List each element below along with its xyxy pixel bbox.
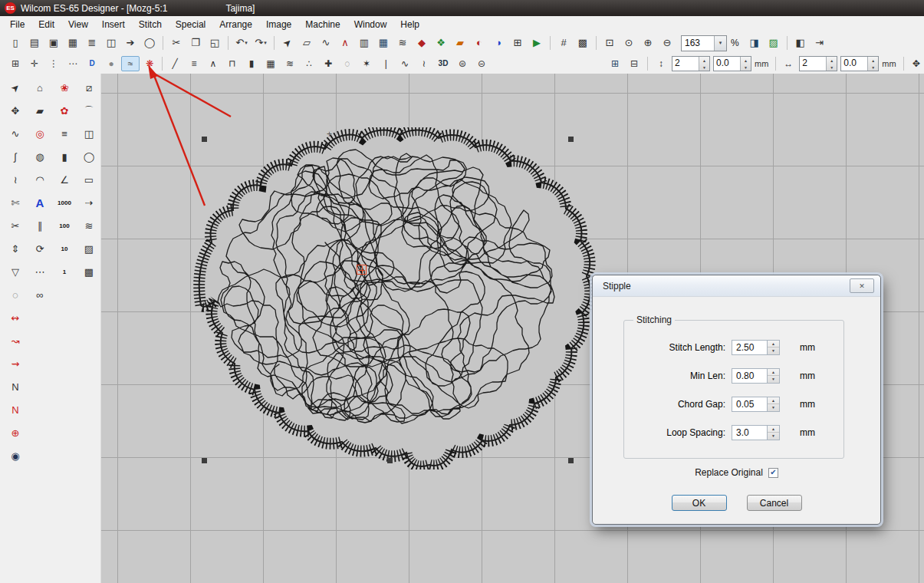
design-view-icon[interactable]: D [83, 56, 101, 71]
measure-icon[interactable]: # [554, 35, 573, 51]
bezier-icon[interactable]: ∫ [4, 147, 27, 167]
program-split-icon[interactable]: ∴ [300, 56, 318, 71]
menu-file[interactable]: File [3, 18, 31, 31]
spin-down-icon[interactable] [768, 433, 779, 440]
thread-colors-icon[interactable]: ◐ [470, 35, 488, 51]
zoom-box-icon[interactable]: ⊡ [600, 35, 619, 51]
knife-icon[interactable]: ✄ [4, 193, 27, 213]
dim-artwork-icon[interactable]: ● [102, 56, 120, 71]
chevron-down-icon[interactable] [714, 36, 726, 51]
spin-down-icon[interactable] [768, 347, 779, 354]
stitch-edit-c-icon[interactable]: ⇝ [4, 354, 27, 374]
arc-tool-icon[interactable]: ⌒ [77, 100, 100, 121]
stitch-edit-b-icon[interactable]: ↝ [4, 331, 27, 351]
selection-handle[interactable] [568, 458, 574, 463]
rotate-tool-icon[interactable]: ⟳ [28, 239, 51, 259]
single-run-icon[interactable]: ╱ [166, 56, 184, 71]
stitch-player-icon[interactable]: ▶ [528, 35, 546, 51]
cut-icon[interactable]: ✂ [167, 35, 186, 51]
selection-handle[interactable] [202, 458, 207, 463]
selection-handle[interactable] [387, 458, 393, 463]
menu-stitch[interactable]: Stitch [132, 18, 169, 31]
menu-machine[interactable]: Machine [298, 18, 347, 31]
mirror-merge-icon[interactable]: ◫ [77, 124, 100, 144]
print-preview-icon[interactable]: ◫ [102, 35, 120, 51]
new-icon[interactable]: ▯ [6, 35, 25, 51]
zoom-in-icon[interactable]: ⊕ [639, 35, 657, 51]
travel-100-icon[interactable]: 100 [53, 216, 76, 236]
menu-window[interactable]: Window [347, 18, 394, 31]
length-value-spin[interactable]: 0.0 [840, 56, 879, 71]
spin-down-icon[interactable] [699, 64, 709, 71]
contour-icon[interactable]: ◌ [338, 56, 357, 71]
spin-up-icon[interactable] [768, 341, 779, 348]
chord-gap-spinner[interactable] [767, 397, 780, 412]
dialog-titlebar[interactable]: Stipple [593, 275, 880, 297]
show-needle-points-icon[interactable]: ✛ [25, 56, 44, 71]
zigzag-icon[interactable]: ∧ [204, 56, 222, 71]
spin-down-icon[interactable] [827, 64, 837, 71]
overview-window-icon[interactable]: ▩ [574, 35, 592, 51]
star-fill-icon[interactable]: ✶ [357, 56, 376, 71]
measure-tool-icon[interactable]: ⇕ [4, 239, 27, 259]
satin-icon[interactable]: ▮ [242, 56, 261, 71]
ripple-icon[interactable]: ❘ [377, 56, 395, 71]
ring-tool-icon[interactable]: ◌ [4, 285, 27, 305]
digitize-closed-icon[interactable]: ▰ [28, 100, 51, 121]
pan-icon[interactable]: ✥ [907, 56, 924, 71]
copy-icon[interactable]: ❐ [186, 35, 205, 51]
selection-handle[interactable] [568, 137, 574, 142]
stitch-angles-icon[interactable]: ∠ [53, 170, 76, 190]
chain-link-icon[interactable]: ∞ [28, 285, 51, 305]
satin-stitch-icon[interactable]: ▥ [355, 35, 373, 51]
zigzag-stitch-icon[interactable]: ∧ [336, 35, 354, 51]
spin-up-icon[interactable] [699, 57, 709, 64]
spin-up-icon[interactable] [868, 57, 878, 64]
menu-edit[interactable]: Edit [31, 18, 61, 31]
stitch-edit-a-icon[interactable]: ↭ [4, 308, 27, 328]
spin-up-icon[interactable] [827, 57, 837, 64]
motif-run-icon[interactable]: ≋ [281, 56, 299, 71]
zigzag-column-icon[interactable]: ≀ [4, 170, 27, 190]
applique-icon[interactable]: ◆ [413, 35, 431, 51]
replace-original-checkbox[interactable] [768, 468, 778, 478]
buttonhole-icon[interactable]: ◍ [28, 147, 51, 167]
loop-spacing-spinner[interactable] [767, 425, 780, 440]
entry-point-icon[interactable]: ⊕ [4, 423, 27, 443]
stitch-list-icon[interactable]: ⊞ [508, 35, 527, 51]
sequence-dots-icon[interactable]: ⋯ [28, 262, 51, 282]
show-grid-icon[interactable]: ⊞ [6, 56, 25, 71]
motif-fill-icon[interactable]: ≋ [393, 35, 412, 51]
stitch-length-spinner[interactable] [767, 340, 780, 355]
snap-guide-icon[interactable]: ⊟ [625, 56, 643, 71]
column-b-icon[interactable]: ▮ [53, 147, 76, 167]
redo-icon[interactable]: ↷ [252, 35, 270, 51]
save-all-icon[interactable]: ▦ [64, 35, 82, 51]
close-icon[interactable] [850, 278, 874, 293]
zoom-out-icon[interactable]: ⊖ [658, 35, 676, 51]
mitre-icon[interactable]: ▽ [4, 262, 27, 282]
min-len-input[interactable]: 0.80 [732, 368, 767, 384]
e-stitch-icon[interactable]: ⊓ [223, 56, 242, 71]
open-icon[interactable]: ▤ [25, 35, 44, 51]
show-functions-icon[interactable]: ⋯ [64, 56, 82, 71]
color-film-icon[interactable]: ▰ [451, 35, 469, 51]
snap-grid-icon[interactable]: ⊞ [606, 56, 624, 71]
curve-red-icon[interactable]: N [4, 400, 27, 420]
stipple-icon[interactable]: ≈ [121, 56, 140, 71]
thread-chart-icon[interactable]: ▨ [765, 35, 783, 51]
exit-point-icon[interactable]: ◉ [4, 446, 27, 466]
spacing-value-spin[interactable]: 0.0 [713, 56, 751, 71]
parallel-fill-icon[interactable]: ≋ [77, 216, 100, 236]
menu-special[interactable]: Special [169, 18, 212, 31]
menu-image[interactable]: Image [259, 18, 298, 31]
spin-down-icon[interactable] [768, 404, 779, 411]
rectangle-tool-icon[interactable]: ▭ [77, 170, 100, 190]
travel-1000-icon[interactable]: 1000 [53, 193, 76, 213]
hoop-icon[interactable]: ◯ [140, 35, 159, 51]
scissors-icon[interactable]: ✂ [4, 216, 27, 236]
spin-up-icon[interactable] [768, 397, 779, 405]
print-icon[interactable]: ≣ [83, 35, 101, 51]
color-wheel-icon[interactable]: ◑ [489, 35, 508, 51]
paste-icon[interactable]: ◱ [206, 35, 224, 51]
